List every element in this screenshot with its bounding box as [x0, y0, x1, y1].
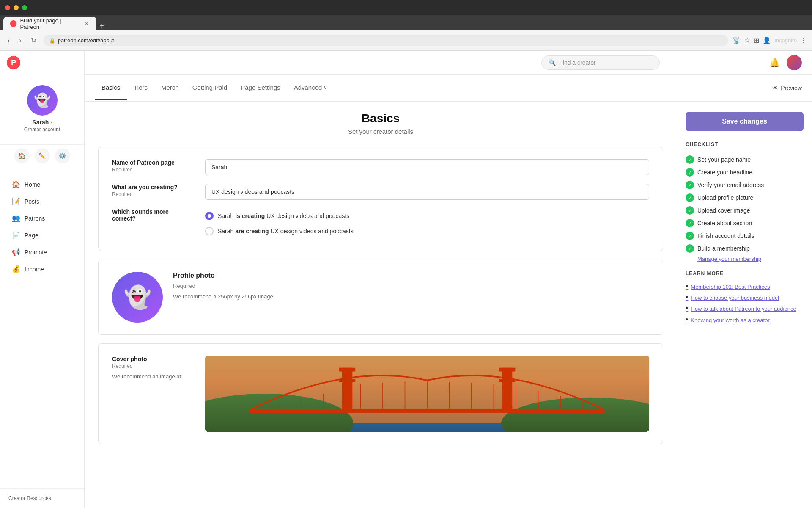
cover-photo-card: Cover photo Required We recommend an ima…	[98, 343, 663, 444]
lock-icon: 🔒	[49, 38, 55, 44]
radio-label-1: Sarah is creating UX design videos and p…	[218, 213, 349, 219]
topbar-user-avatar[interactable]	[787, 55, 802, 70]
checklist-item-page-name: ✓ Set your page name	[686, 153, 804, 166]
learn-more-item-2[interactable]: • How to choose your business model	[686, 293, 804, 304]
preview-btn[interactable]: 👁 Preview	[772, 85, 802, 91]
sidebar-item-income[interactable]: 💰 Income	[3, 261, 81, 277]
posts-icon: 📝	[12, 197, 20, 205]
cover-photo-label: Cover photo	[112, 356, 197, 362]
sidebar-edit-btn[interactable]: ✏️	[35, 148, 50, 163]
tab-favicon	[10, 20, 16, 27]
manage-membership-link[interactable]: Manage your membership	[697, 256, 804, 262]
sidebar-item-home-label: Home	[25, 181, 40, 188]
sidebar-item-page[interactable]: 📄 Page	[3, 227, 81, 243]
learn-more-item-1[interactable]: • Membership 101: Best Practices	[686, 282, 804, 293]
avatar-ghost-icon: 👻	[34, 92, 51, 108]
profile-photo-required: Required	[173, 283, 649, 289]
profile-ghost-icon: 👻	[124, 284, 151, 310]
checklist-item-profile-pic: ✓ Upload profile picture	[686, 191, 804, 204]
creating-input[interactable]	[205, 184, 649, 200]
window-close-btn[interactable]	[5, 5, 10, 10]
learn-more-label-2: How to choose your business model	[691, 294, 779, 302]
radio-option-1[interactable]: Sarah is creating UX design videos and p…	[205, 208, 649, 224]
check-icon-headline: ✓	[686, 168, 694, 177]
radio-btn-2[interactable]	[205, 227, 214, 235]
check-icon-profile-pic: ✓	[686, 193, 694, 202]
learn-more-item-4[interactable]: • Knowing your worth as a creator	[686, 315, 804, 326]
profile-photo-info: Profile photo Required We recommend a 25…	[173, 272, 649, 301]
grammar-label-group: Which sounds morecorrect?	[112, 208, 197, 222]
tab-advanced[interactable]: Advanced ∨	[287, 75, 335, 100]
sidebar-item-patrons-label: Patrons	[25, 215, 45, 222]
learn-more-item-3[interactable]: • How to talk about Patreon to your audi…	[686, 304, 804, 315]
browser-addressbar: ‹ › ↻ 🔒 patreon.com/edit/about 📡 ☆ ⊞ 👤 I…	[0, 30, 812, 51]
browser-toolbar: 📡 ☆ ⊞ 👤 Incognito ⋮	[732, 36, 807, 44]
sidebar-item-home[interactable]: 🏠 Home	[3, 176, 81, 193]
page-name-input[interactable]	[205, 159, 649, 175]
radio-option-2[interactable]: Sarah are creating UX design videos and …	[205, 224, 649, 239]
creating-label: What are you creating?	[112, 184, 197, 190]
notifications-icon[interactable]: 🔔	[769, 58, 780, 68]
sidebar-item-promote[interactable]: 📢 Promote	[3, 244, 81, 260]
tab-basics[interactable]: Basics	[95, 75, 127, 100]
tab-merch[interactable]: Merch	[154, 75, 186, 100]
forward-btn[interactable]: ›	[16, 35, 24, 46]
cover-photo-required: Required	[112, 363, 197, 369]
radio-btn-1[interactable]	[205, 212, 214, 220]
cast-icon[interactable]: 📡	[732, 36, 741, 44]
save-changes-btn[interactable]: Save changes	[686, 112, 804, 131]
checklist-item-profile-pic-label: Upload profile picture	[697, 194, 753, 201]
sidebar-avatar: 👻	[27, 85, 58, 116]
home-icon: 🏠	[12, 180, 20, 188]
address-field[interactable]: 🔒 patreon.com/edit/about	[43, 35, 729, 46]
cover-photo-row: Cover photo Required We recommend an ima…	[112, 356, 649, 432]
browser-chrome: Build your page | Patreon ✕ + ‹ › ↻ 🔒 pa…	[0, 0, 812, 51]
tab-close-btn[interactable]: ✕	[83, 20, 90, 27]
cover-photo-image[interactable]	[205, 356, 649, 432]
learn-more-label-3: How to talk about Patreon to your audien…	[691, 305, 796, 313]
svg-rect-6	[339, 368, 356, 372]
page-name-row: Name of Patreon page Required	[112, 159, 649, 175]
menu-icon[interactable]: ⋮	[800, 36, 807, 44]
profile-avatar-large: 👻	[112, 272, 163, 323]
page-subtitle: Set your creator details	[98, 128, 663, 135]
topbar-search-area: 🔍 Find a creator	[432, 55, 770, 70]
window-maximize-btn[interactable]	[22, 5, 27, 10]
extensions-icon[interactable]: ⊞	[754, 36, 759, 44]
sidebar-user-name[interactable]: Sarah ›	[7, 119, 77, 126]
window-minimize-btn[interactable]	[14, 5, 19, 10]
sidebar-item-posts[interactable]: 📝 Posts	[3, 193, 81, 210]
url-text: patreon.com/edit/about	[58, 37, 114, 44]
sidebar-item-posts-label: Posts	[25, 198, 39, 205]
grammar-options: Sarah is creating UX design videos and p…	[205, 208, 649, 239]
active-browser-tab[interactable]: Build your page | Patreon ✕	[3, 17, 96, 30]
sidebar-view-page-btn[interactable]: 🏠	[14, 148, 30, 163]
back-btn[interactable]: ‹	[5, 35, 12, 46]
sidebar-settings-btn[interactable]: ⚙️	[55, 148, 70, 163]
cover-photo-hint: We recommend an image at	[112, 373, 197, 381]
checklist-item-cover-image: ✓ Upload cover image	[686, 204, 804, 217]
tab-tiers[interactable]: Tiers	[127, 75, 154, 100]
search-box[interactable]: 🔍 Find a creator	[541, 55, 660, 70]
bookmark-icon[interactable]: ☆	[744, 36, 750, 44]
bullet-dot-2: •	[686, 293, 688, 301]
sidebar-creator-resources[interactable]: Creator Resources	[0, 488, 84, 508]
sidebar-item-patrons[interactable]: 👥 Patrons	[3, 210, 81, 226]
checklist-title: CHECKLIST	[686, 141, 804, 147]
profile-icon[interactable]: 👤	[763, 36, 771, 44]
basics-form-card: Name of Patreon page Required What are y…	[98, 147, 663, 251]
checklist-item-account-details: ✓ Finish account details	[686, 229, 804, 242]
tab-page-settings[interactable]: Page Settings	[234, 75, 287, 100]
svg-rect-5	[342, 368, 353, 412]
tab-getting-paid[interactable]: Getting Paid	[186, 75, 234, 100]
page-name-label: Name of Patreon page	[112, 159, 197, 166]
radio-label-2: Sarah are creating UX design videos and …	[218, 228, 354, 235]
check-icon-page-name: ✓	[686, 155, 694, 164]
creating-input-group	[205, 184, 649, 200]
sidebar-name-chevron-icon: ›	[50, 120, 52, 125]
checklist-item-cover-image-label: Upload cover image	[697, 207, 750, 214]
creating-row: What are you creating? Required	[112, 184, 649, 200]
svg-rect-9	[499, 368, 516, 372]
refresh-btn[interactable]: ↻	[28, 35, 39, 46]
new-tab-btn[interactable]: +	[100, 22, 104, 30]
